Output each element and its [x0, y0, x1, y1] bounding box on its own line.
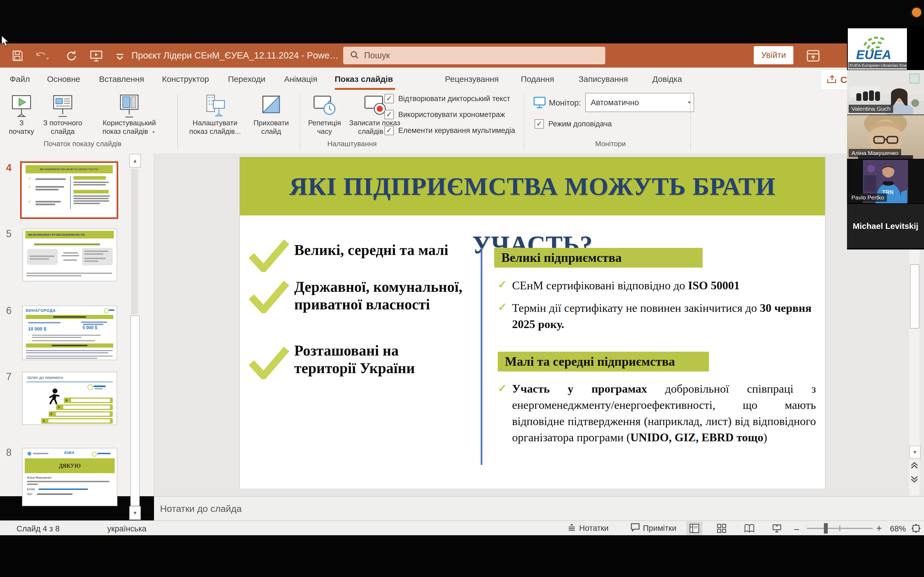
tab-animations[interactable]: Анімація: [284, 68, 317, 91]
from-current-label1: З поточного: [43, 119, 82, 127]
letterbox-bottom: [0, 535, 924, 577]
check-icon: ✓: [498, 382, 507, 395]
from-current-slide-button[interactable]: З поточного слайда: [41, 94, 85, 136]
group-separator: [178, 95, 178, 151]
slideshow-view-button[interactable]: [769, 522, 785, 535]
hide-slide-button[interactable]: Приховати слайд: [249, 94, 293, 136]
box2-bullet: Участь у програмах добровільної співпрац…: [512, 381, 816, 446]
participant-name-label: EUEA European-Ukrainian Energy Agency: [848, 62, 907, 68]
next-slide-button[interactable]: [910, 475, 919, 484]
thumb6-amount-left: 10 000 $: [28, 326, 46, 332]
thumbnails-scroll-thumb[interactable]: [130, 316, 140, 506]
thumb8-email-label: Email:: [27, 487, 36, 491]
undo-icon[interactable]: [35, 50, 49, 63]
thumbnails-scroll-track[interactable]: [131, 169, 138, 314]
monitor-icon: [533, 96, 546, 110]
thumb8-contact-name: Аліна Макушенко: [27, 476, 52, 479]
thumb8-tel-label: Тел:: [27, 492, 33, 496]
tab-view[interactable]: Подання: [521, 68, 554, 91]
hide-slide-label1: Приховати: [254, 119, 289, 127]
thumbnail-slide-4[interactable]: ЯКІ ПІДПРИЄМСТВА МОЖУТЬ БРАТИ УЧАСТЬ? ✓ …: [20, 161, 118, 219]
thumbnail-slide-7[interactable]: Шлях до перемоги 4 3 2 1: [22, 372, 117, 425]
previous-slide-button[interactable]: [910, 462, 919, 471]
thumb6-amount-right: 5 000 $: [82, 325, 97, 330]
box1-bullet-1: СЕнМ сертифіковані відповідно до ISO 500…: [512, 277, 814, 294]
checkbox-checked-icon: ✓: [384, 110, 394, 119]
participant-tile-valentina[interactable]: Valentina Guch: [847, 70, 924, 114]
narrations-label: Відтворювати дикторський текст: [398, 95, 510, 103]
screen: Проєкт Лідери СЕнМ_ЄУЕА_12.11.2024 - Pow…: [0, 0, 924, 577]
tab-transitions[interactable]: Переходи: [228, 68, 265, 91]
participant-tile-alina[interactable]: Аліна Макушенко: [847, 115, 924, 159]
thumbnails-scroll-up-button[interactable]: ▲: [129, 154, 141, 168]
zoom-out-button[interactable]: −: [794, 524, 800, 535]
tab-help[interactable]: Довідка: [652, 68, 682, 91]
setup-slideshow-button[interactable]: Налаштувати показ слайдів...: [182, 94, 248, 136]
notes-pane[interactable]: Нотатки до слайда: [154, 496, 924, 521]
group-start-label: Початок показу слайдів: [22, 140, 143, 148]
check-icon: ✓: [28, 184, 31, 189]
check-icon: ✓: [498, 301, 507, 313]
timings-checkbox[interactable]: ✓ Використовувати хронометраж: [384, 110, 505, 119]
fit-to-window-button[interactable]: [911, 523, 921, 535]
thumbnail-slide-5[interactable]: ВИЗНАЧЕННЯ ГРУПИ ПІДПРИЄМСТВ: [23, 229, 117, 281]
search-input[interactable]: Пошук: [343, 47, 605, 64]
redo-icon[interactable]: [65, 50, 78, 64]
group-separator: [690, 95, 691, 151]
status-bar: Слайд 4 з 8 українська Нотатки Примітки …: [0, 521, 924, 536]
participant-tile-pavlo[interactable]: TRN Pavlo Pertko: [847, 160, 924, 203]
tab-home[interactable]: Основне: [47, 68, 80, 91]
rehearse-timings-button[interactable]: Репетиція часу: [302, 94, 347, 136]
media-controls-checkbox[interactable]: ✓ Елементи керування мультимедіа: [384, 126, 515, 135]
from-beginning-button[interactable]: З початку: [5, 94, 38, 136]
comments-toggle-button[interactable]: Примітки: [630, 522, 677, 534]
tab-slideshow[interactable]: Показ слайдів: [335, 68, 393, 91]
sign-in-button[interactable]: Увійти: [754, 46, 793, 64]
notes-toggle-button[interactable]: Нотатки: [567, 522, 609, 534]
customize-toolbar-chevron-icon[interactable]: [115, 53, 125, 62]
group-setup-label: Налаштування: [297, 140, 407, 148]
reading-view-button[interactable]: [741, 522, 758, 535]
custom-slideshow-label2: показ слайдів: [103, 127, 148, 135]
ribbon-display-options-icon[interactable]: [806, 50, 820, 63]
monitor-label: Монітор:: [549, 98, 581, 108]
main-scroll-thumb[interactable]: [910, 264, 919, 329]
hide-slide-icon: [249, 94, 293, 119]
svg-text:EUEA: EUEA: [856, 48, 891, 61]
participant-tile-euea[interactable]: EUEA EUEA European-Ukrainian Energy Agen…: [848, 28, 907, 69]
thumbnail-slide-8[interactable]: EUEA ДЯКУЮ Аліна Макушенко Email: Тел:: [22, 448, 118, 506]
normal-view-button[interactable]: [687, 522, 702, 535]
box1-header: Великі підприємства: [494, 248, 703, 268]
sign-in-label: Увійти: [761, 50, 786, 60]
zoom-slider-thumb[interactable]: [824, 523, 828, 533]
tab-recording[interactable]: Записування: [578, 68, 628, 91]
thumbnails-scroll-down-button[interactable]: ▼: [129, 506, 141, 520]
participant-name-label: Valentina Guch: [849, 105, 893, 113]
main-scroll-down-button[interactable]: ▼: [909, 446, 921, 459]
zoom-in-button[interactable]: +: [876, 522, 882, 534]
monitor-dropdown[interactable]: Автоматично: [585, 93, 694, 112]
slide-thumbnail-panel: 4 ЯКІ ПІДПРИЄМСТВА МОЖУТЬ БРАТИ УЧАСТЬ? …: [0, 153, 155, 496]
presenter-view-checkbox[interactable]: ✓ Режим доповідача: [535, 119, 612, 129]
box2-bold1: Участь у програмах: [512, 382, 647, 395]
slideshow-quick-icon[interactable]: [90, 50, 103, 63]
participant-tile-michael[interactable]: Michael Levitskij: [847, 204, 924, 248]
thumb4-title: ЯКІ ПІДПРИЄМСТВА МОЖУТЬ БРАТИ УЧАСТЬ?: [26, 165, 113, 173]
language-indicator[interactable]: українська: [107, 524, 147, 533]
presenter-view-label: Режим доповідача: [548, 120, 612, 128]
narrations-checkbox[interactable]: ✓ Відтворювати дикторський текст: [384, 94, 510, 103]
tab-review[interactable]: Рецензування: [445, 68, 499, 91]
tab-file[interactable]: Файл: [10, 68, 30, 91]
tab-design[interactable]: Конструктор: [162, 68, 209, 91]
from-beginning-icon: [5, 94, 38, 119]
group-separator: [524, 95, 524, 151]
setup-slideshow-label1: Налаштувати: [193, 119, 237, 127]
current-slide[interactable]: ЯКІ ПІДПРИЄМСТВА МОЖУТЬ БРАТИ УЧАСТЬ? Ве…: [240, 157, 825, 489]
euea-logo-mini: EUEA: [65, 451, 74, 455]
slide-sorter-view-button[interactable]: [714, 522, 730, 535]
tab-insert[interactable]: Вставлення: [99, 68, 144, 91]
custom-slideshow-button[interactable]: Користувацький показ слайдів: [91, 94, 168, 136]
thumbnail-slide-6[interactable]: ВИНАГОРОДА 10 000 $ 5 000 $ ✓ ✓: [22, 306, 117, 360]
zoom-level[interactable]: 68%: [890, 524, 906, 533]
save-icon[interactable]: [11, 50, 24, 62]
